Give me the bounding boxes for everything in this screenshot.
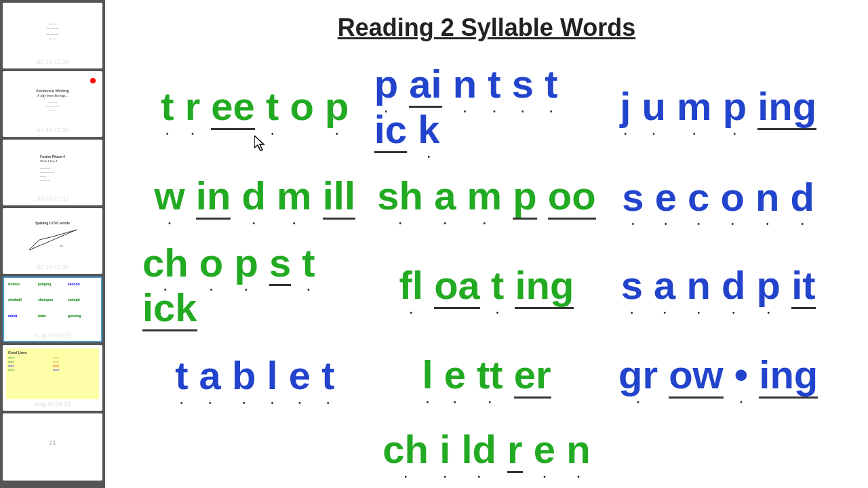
slide-19-label: Aug 30-08:25	[6, 332, 99, 339]
word-tablet: t a b l e t	[175, 354, 334, 397]
slide-20-label: Aug 30-08:25	[6, 401, 99, 407]
word-cell-jumping: j u m p ing	[602, 56, 834, 160]
slide-thumb-16[interactable]: Sentence Writing A day from the top... —…	[3, 71, 102, 137]
word-floating: fl oa t ing	[399, 264, 574, 309]
word-second: s e c o n d	[622, 176, 814, 219]
word-cell-paintstick: p ai n t s t ic k	[371, 56, 603, 160]
slide-panel: — — — — — — — — — — Jul 20-12:34 Sentenc…	[0, 0, 105, 488]
word-children: ch i ld r e n	[382, 428, 590, 473]
words-grid: t r ee t o p p ai	[132, 56, 841, 487]
word-sandpit: s a n d p it	[621, 264, 816, 309]
slide-thumb-17[interactable]: Fusion Phase 4 Week 1 Day 4 — — —— — — —…	[3, 140, 102, 205]
word-cell-treetop: t r ee t o p	[139, 56, 371, 160]
slide-thumb-20[interactable]: Good Lines wordword wordword wordword wo…	[3, 345, 102, 411]
slide-thumb-15[interactable]: — — — — — — — — — — Jul 20-12:34	[3, 3, 102, 68]
word-cell-chopstick: ch o p s t ick	[139, 235, 371, 339]
slide-21-label	[6, 469, 99, 477]
slide-thumb-21[interactable]: 21	[3, 413, 102, 481]
slide-16-label: Jul 20-12:34	[6, 127, 99, 134]
word-cell-letter: l e tt er	[371, 338, 603, 413]
main-content: Reading 2 Syllable Words t r ee t o p	[105, 0, 868, 488]
word-cell-sandpit: s a n d p it	[602, 235, 834, 339]
word-chopstick: ch o p s t ick	[142, 241, 368, 332]
word-cell-children: ch i ld r e n	[371, 413, 603, 487]
word-jumping: j u m p ing	[620, 85, 816, 130]
word-paintstick: p ai n t s t ic k	[374, 62, 599, 153]
word-growing: gr ow • ing	[618, 353, 818, 399]
word-cell-empty-53	[602, 413, 834, 487]
word-shampoo: sh a m p oo	[377, 174, 595, 220]
word-letter: l e tt er	[422, 353, 551, 399]
word-cell-windmill: w in d m ill	[139, 160, 371, 235]
svg-line-3	[53, 230, 77, 237]
slide-thumb-18[interactable]: Spelling CCVC words pts Jul 20-12:34	[3, 208, 102, 274]
slide-15-label: Jul 20-12:34	[6, 58, 99, 65]
slide-17-label: Jul 20-12:11	[6, 195, 99, 202]
word-windmill: w in d m ill	[155, 174, 356, 220]
svg-line-0	[29, 230, 77, 250]
page-title: Reading 2 Syllable Words	[132, 14, 841, 42]
svg-text:pts: pts	[60, 244, 63, 247]
slide-thumb-19[interactable]: treetop jumping second windmill shampoo …	[3, 277, 102, 342]
word-cell-shampoo: sh a m p oo	[371, 160, 603, 235]
svg-line-1	[29, 240, 39, 250]
word-cell-empty-51	[139, 413, 371, 487]
word-cell-growing: gr ow • ing	[602, 338, 834, 413]
svg-line-2	[39, 237, 53, 240]
slide-18-label: Jul 20-12:34	[6, 264, 99, 270]
word-treetop: t r ee t o p	[161, 85, 349, 130]
word-cell-floating: fl oa t ing	[371, 235, 603, 339]
word-cell-tablet: t a b l e t	[139, 338, 371, 413]
word-cell-second: s e c o n d	[602, 160, 834, 235]
